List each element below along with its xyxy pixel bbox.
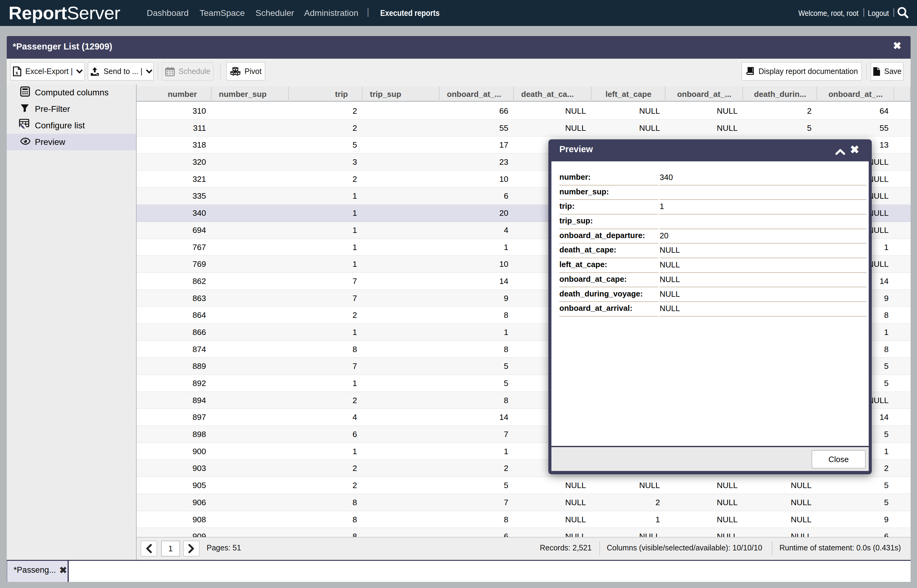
svg-text:x: x [15,69,18,76]
